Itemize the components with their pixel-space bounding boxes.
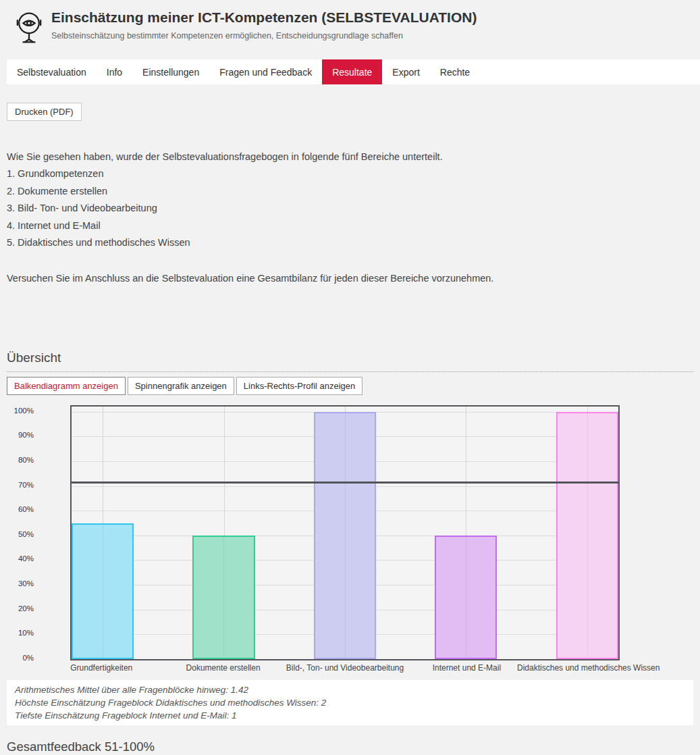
chart-view-button[interactable]: Links-Rechts-Profil anzeigen [236, 377, 362, 395]
eye-mirror-icon [15, 10, 43, 48]
nav-tab[interactable]: Fragen und Feedback [209, 59, 322, 84]
nav-tab[interactable]: Selbstevaluation [7, 59, 97, 84]
chart-plot-area [70, 405, 620, 660]
nav-tab[interactable]: Info [97, 59, 132, 84]
y-tick-label: 60% [18, 504, 34, 514]
y-tick-label: 10% [18, 628, 34, 637]
bar-inner-gridline [103, 525, 103, 658]
bar-inner-gridline [223, 537, 224, 658]
nav-tab[interactable]: Export [382, 59, 429, 84]
y-tick-label: 70% [18, 480, 34, 490]
feedback-heading: Gesamtfeedback 51-100% [7, 739, 693, 754]
page-title: Einschätzung meiner ICT-Kompetenzen (SEL… [51, 9, 477, 26]
chart-view-button[interactable]: Spinnengrafik anzeigen [128, 377, 234, 395]
intro-area-item: 3. Bild- Ton- und Videobearbeitung [7, 200, 693, 217]
x-axis-label: Dokumente erstellen [186, 663, 261, 673]
bar-inner-gridline [587, 413, 588, 658]
chart-y-axis: 100%90%80%70%60%50%40%30%20%10%0% [7, 405, 70, 660]
print-pdf-button[interactable]: Drucken (PDF) [7, 103, 82, 121]
nav-tab[interactable]: Einstellungen [132, 59, 209, 84]
overview-heading: Übersicht [7, 350, 693, 372]
y-tick-label: 100% [14, 406, 34, 415]
reference-line [72, 481, 618, 484]
y-tick-label: 40% [18, 554, 34, 563]
intro-area-item: 4. Internet und E-Mail [7, 217, 693, 234]
chart-view-button[interactable]: Balkendiagramm anzeigen [7, 377, 126, 395]
app-header: Einschätzung meiner ICT-Kompetenzen (SEL… [0, 0, 700, 59]
nav-tab[interactable]: Rechte [430, 59, 480, 84]
intro-section: Wie Sie gesehen haben, wurde der Selbste… [7, 149, 693, 288]
x-axis-label: Didaktisches und methodisches Wissen [517, 663, 659, 673]
page-subtitle: Selbsteinschätzung bestimmter Kompetenze… [51, 31, 477, 41]
y-tick-label: 90% [18, 430, 34, 440]
y-tick-label: 80% [18, 455, 34, 465]
y-tick-label: 30% [18, 579, 34, 588]
y-tick-label: 0% [22, 653, 34, 662]
bar-inner-gridline [466, 537, 466, 658]
chart-x-axis: GrundfertigkeitenDokumente erstellenBild… [70, 663, 620, 674]
bar-1 [192, 536, 254, 659]
x-axis-label: Bild-, Ton- und Videobearbeitung [286, 663, 404, 673]
bars [72, 412, 618, 659]
nav-tab[interactable]: Resultate [322, 59, 382, 84]
bar-4 [556, 412, 618, 659]
intro-outro: Versuchen Sie im Anschluss an die Selbst… [7, 270, 693, 287]
summary-line: Arithmetisches Mittel über alle Fragenbl… [15, 683, 685, 696]
bar-inner-gridline [345, 413, 346, 658]
bar-chart: 100%90%80%70%60%50%40%30%20%10%0% [7, 405, 693, 660]
summary-line: Höchste Einschätzung Frageblock Didaktis… [15, 696, 685, 709]
main-nav: SelbstevaluationInfoEinstellungenFragen … [7, 59, 700, 84]
summary-line: Tiefste Einschätzung Frageblock Internet… [15, 709, 685, 722]
y-tick-label: 20% [18, 604, 34, 613]
intro-lead: Wie Sie gesehen haben, wurde der Selbste… [7, 149, 693, 165]
bar-3 [435, 536, 497, 659]
intro-area-item: 1. Grundkompetenzen [7, 165, 693, 182]
summary-box: Arithmetisches Mittel über alle Fragenbl… [7, 680, 693, 725]
intro-area-item: 2. Dokumente erstellen [7, 183, 693, 200]
chart-view-switcher: Balkendiagramm anzeigenSpinnengrafik anz… [7, 377, 693, 395]
bar-2 [314, 412, 376, 659]
x-axis-label: Internet und E-Mail [433, 663, 501, 673]
x-axis-label: Grundfertigkeiten [70, 663, 132, 673]
bar-0 [72, 523, 134, 659]
intro-area-item: 5. Didaktisches und methodisches Wissen [7, 234, 693, 251]
y-tick-label: 50% [18, 529, 34, 539]
